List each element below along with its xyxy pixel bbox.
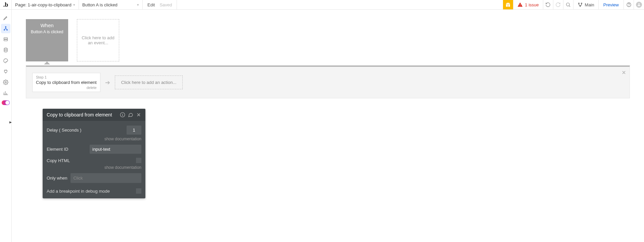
gear-icon — [3, 80, 8, 85]
step-delete-link[interactable]: delete — [36, 86, 97, 90]
event-selector-label: Button A is clicked — [82, 2, 118, 7]
redo-button[interactable] — [553, 0, 563, 9]
page-label-prefix: Page: — [15, 2, 27, 7]
issues-button[interactable]: 1 issue — [513, 0, 543, 9]
element-id-label: Element ID — [47, 147, 68, 152]
search-button[interactable] — [563, 0, 573, 9]
svg-point-11 — [4, 48, 7, 49]
close-icon — [622, 70, 626, 75]
arrow-right-icon: ➔ — [105, 79, 110, 86]
workflow-canvas: When Button A is clicked Click here to a… — [12, 10, 644, 242]
copy-html-label: Copy HTML — [47, 158, 70, 163]
prop-row-copy-html: Copy HTML — [47, 156, 141, 165]
left-rail: ▶ — [0, 10, 12, 242]
svg-point-8 — [7, 30, 8, 31]
prop-row-delay: Delay ( Seconds ) — [47, 124, 141, 137]
prop-row-only-when: Only when — [47, 171, 141, 185]
chevron-down-icon: ▾ — [73, 3, 75, 7]
step-title: Copy to clipboard from element — [36, 80, 97, 85]
chevron-down-icon: ▾ — [137, 3, 139, 7]
gift-button[interactable] — [503, 0, 513, 9]
rail-styles-tab[interactable] — [1, 56, 10, 65]
warning-icon — [517, 2, 523, 7]
comment-icon — [128, 112, 133, 117]
preview-button[interactable]: Preview — [598, 0, 624, 9]
undo-icon — [545, 2, 551, 7]
property-panel-header[interactable]: Copy to clipboard from element — [43, 109, 145, 121]
branch-button[interactable]: Main — [573, 0, 598, 9]
database-icon — [3, 47, 8, 53]
delay-doc-link[interactable]: show documentation — [47, 137, 141, 143]
prop-row-element-id: Element ID — [47, 143, 141, 156]
delay-input[interactable] — [127, 126, 141, 135]
event-card[interactable]: When Button A is clicked — [26, 19, 68, 61]
edit-mode-label[interactable]: Edit — [147, 2, 155, 7]
panel-comment-button[interactable] — [128, 112, 133, 117]
page-name: 1-air-copy-to-clipboard — [28, 2, 72, 7]
delay-label: Delay ( Seconds ) — [47, 128, 81, 133]
top-bar: .b Page: 1-air-copy-to-clipboard ▾ Butto… — [0, 0, 644, 10]
palette-icon — [3, 58, 8, 63]
close-actions-button[interactable] — [622, 69, 626, 77]
redo-icon — [555, 2, 561, 7]
event-when-label: When — [40, 22, 53, 28]
panel-close-button[interactable] — [136, 112, 141, 117]
branch-label: Main — [585, 2, 594, 7]
event-description: Button A is clicked — [31, 30, 63, 34]
svg-point-0 — [566, 3, 569, 6]
mode-section: Edit Saved — [143, 0, 177, 9]
svg-point-5 — [629, 6, 629, 6]
step-number-label: Step 1 — [36, 75, 97, 79]
rail-plugins-tab[interactable] — [1, 67, 10, 76]
property-panel: Copy to clipboard from element Delay ( S… — [43, 109, 145, 198]
copy-html-doc-link[interactable]: show documentation — [47, 165, 141, 171]
pencil-icon — [3, 15, 8, 20]
app-logo[interactable]: .b — [0, 0, 12, 9]
only-when-input[interactable] — [71, 173, 141, 183]
help-icon — [626, 2, 632, 7]
action-step-card[interactable]: Step 1 Copy to clipboard from element de… — [32, 73, 100, 92]
gift-icon — [505, 2, 511, 7]
add-action-card[interactable]: Click here to add an action... — [115, 76, 183, 89]
rail-logs-tab[interactable] — [1, 88, 10, 98]
rail-settings-tab[interactable] — [1, 78, 10, 87]
branch-icon — [578, 2, 583, 7]
user-avatar[interactable] — [634, 0, 644, 9]
svg-point-2 — [581, 3, 582, 4]
add-action-label: Click here to add an action... — [121, 80, 177, 85]
svg-point-7 — [4, 30, 5, 31]
help-button[interactable] — [624, 0, 634, 9]
svg-rect-9 — [4, 38, 8, 39]
preview-label: Preview — [603, 2, 619, 7]
actions-strip: Step 1 Copy to clipboard from element de… — [26, 65, 630, 98]
event-selector[interactable]: Button A is clicked ▾ — [79, 0, 143, 9]
only-when-label: Only when — [47, 176, 67, 181]
chart-icon — [3, 90, 8, 96]
copy-html-checkbox[interactable] — [136, 158, 141, 163]
page-selector[interactable]: Page: 1-air-copy-to-clipboard ▾ — [12, 0, 79, 9]
close-icon — [136, 112, 141, 117]
property-panel-title: Copy to clipboard from element — [47, 112, 112, 117]
events-row: When Button A is clicked Click here to a… — [26, 19, 630, 61]
issue-count: 1 issue — [525, 2, 539, 7]
add-event-card[interactable]: Click here to add an event... — [77, 19, 119, 61]
element-id-input[interactable] — [90, 145, 141, 154]
saved-status: Saved — [159, 2, 172, 7]
undo-button[interactable] — [543, 0, 553, 9]
rail-workflow-tab[interactable] — [1, 24, 10, 33]
rail-database-tab[interactable] — [1, 45, 10, 55]
add-event-label: Click here to add an event... — [81, 35, 115, 45]
breakpoint-label: Add a breakpoint in debug mode — [47, 189, 110, 194]
svg-point-12 — [5, 82, 6, 83]
prop-row-breakpoint: Add a breakpoint in debug mode — [47, 185, 141, 194]
rail-design-tab[interactable] — [1, 13, 10, 22]
svg-rect-10 — [4, 40, 8, 41]
workflow-icon — [3, 26, 8, 31]
breakpoint-checkbox[interactable] — [136, 188, 141, 194]
rail-data-tab[interactable] — [1, 35, 10, 44]
avatar-icon — [636, 2, 642, 8]
panel-info-button[interactable] — [120, 112, 125, 117]
info-icon — [120, 112, 125, 117]
svg-point-6 — [5, 27, 6, 28]
rail-toggle-badge[interactable] — [2, 100, 10, 105]
